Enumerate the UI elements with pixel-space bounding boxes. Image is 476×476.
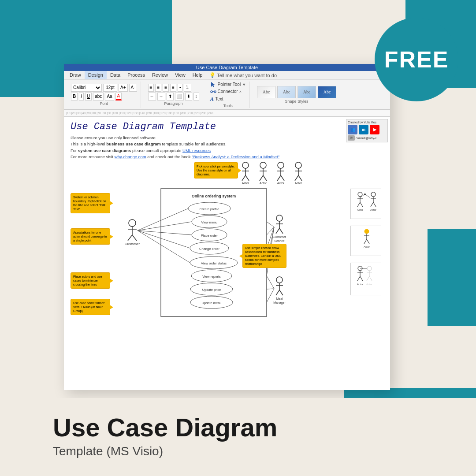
people-icon: 👥: [348, 125, 357, 134]
svg-line-46: [276, 228, 279, 234]
svg-text:Update price: Update price: [202, 288, 221, 292]
underline-button[interactable]: U: [85, 93, 92, 100]
intro-line1: Please ensure you use only licensed soft…: [71, 135, 383, 141]
svg-text:Update menu: Update menu: [201, 301, 221, 305]
svg-text:Place order: Place order: [201, 234, 218, 238]
align-top-button[interactable]: ⬆: [167, 93, 174, 100]
align-left-button[interactable]: ≡: [148, 84, 154, 92]
menu-tell-me[interactable]: 💡 Tell me what you want to do: [206, 71, 280, 79]
svg-text:Actor: Actor: [357, 283, 363, 286]
free-badge: FREE: [375, 18, 458, 101]
svg-point-1: [211, 91, 212, 93]
callout-pick-style: Pick your stick person style. Use the sa…: [194, 162, 238, 178]
shape-styles-group: Abc Abc Abc Abc Shape Styles: [253, 82, 340, 108]
svg-line-75: [364, 239, 367, 244]
svg-text:Actor: Actor: [366, 283, 372, 286]
diagram-intro: Please ensure you use only licensed soft…: [71, 135, 383, 160]
page-title: Use Case Diagram: [53, 413, 423, 442]
callout-place-actors: Place actors and use cases to minimize c…: [71, 272, 110, 289]
book-link[interactable]: "Business Analyst: a Profession and a Mi…: [192, 154, 279, 159]
customer-service-group: Customer Service: [273, 215, 286, 242]
num-list-button[interactable]: 1.: [184, 84, 191, 92]
menu-draw[interactable]: Draw: [66, 71, 85, 79]
tools-group-label: Tools: [223, 104, 233, 108]
indent-more-button[interactable]: →: [157, 93, 165, 100]
justify-button[interactable]: ≡: [170, 84, 176, 92]
svg-point-69: [364, 193, 366, 195]
diagram-main: Pick your stick person style. Use the sa…: [71, 162, 383, 340]
svg-marker-0: [211, 82, 215, 87]
shape-style-1[interactable]: Abc: [257, 86, 275, 98]
svg-line-67: [373, 202, 376, 207]
svg-line-87: [367, 276, 369, 281]
italic-button[interactable]: I: [79, 93, 84, 100]
actor-2-group: Actor: [260, 162, 267, 185]
menu-process[interactable]: Process: [124, 71, 149, 79]
font-grow-button[interactable]: A+: [119, 84, 128, 92]
shape-styles-label: Shape Styles: [285, 99, 309, 104]
svg-text:View menu: View menu: [201, 220, 218, 224]
uml-resources-link[interactable]: UML resources: [182, 148, 211, 153]
pointer-tool[interactable]: Pointer Tool ▼: [210, 82, 246, 88]
menu-view[interactable]: View: [171, 71, 189, 79]
svg-line-66: [371, 202, 373, 207]
diagram-area: Created by Yulia Kos 👥 in ▶ ✉ consult@wh…: [64, 117, 390, 379]
svg-point-72: [364, 229, 369, 234]
svg-line-71: [366, 195, 370, 197]
align-mid-button[interactable]: ⬜: [175, 93, 184, 100]
svg-point-63: [371, 192, 376, 197]
shape-style-3[interactable]: Abc: [298, 86, 316, 98]
svg-line-31: [295, 175, 298, 181]
menu-design[interactable]: Design: [85, 71, 107, 79]
ribbon: Calibri A+ A- B I U abc Aa A Font: [64, 80, 390, 110]
text-tool[interactable]: A Text: [210, 96, 246, 103]
actor-1-group: Actor: [242, 162, 249, 185]
menu-bar: Draw Design Data Process Review View Hel…: [64, 71, 390, 80]
diagram-svg: Customer Actor: [112, 162, 337, 338]
svg-line-47: [279, 228, 283, 234]
paragraph-group-label: Paragraph: [164, 101, 183, 106]
why-change-link[interactable]: why-change.com: [115, 154, 146, 159]
font-shrink-button[interactable]: A-: [129, 84, 137, 92]
free-badge-label: FREE: [384, 46, 449, 73]
svg-text:Actor: Actor: [370, 208, 376, 211]
pointer-icon: [210, 82, 216, 88]
svg-point-10: [242, 162, 249, 168]
menu-help[interactable]: Help: [189, 71, 206, 79]
consult-email: consult@why-c...: [356, 137, 379, 140]
creator-label: Created by Yulia Kos: [348, 121, 386, 124]
svg-text:Actor: Actor: [277, 182, 285, 185]
svg-line-76: [367, 239, 369, 244]
shape-style-4[interactable]: Abc: [318, 86, 336, 98]
line-mm-reports: [267, 276, 274, 289]
svg-text:Actor: Actor: [364, 245, 370, 248]
font-name-select[interactable]: Calibri: [71, 84, 102, 92]
align-center-button[interactable]: ≡: [155, 84, 161, 92]
svg-line-60: [357, 202, 360, 207]
font-group: Calibri A+ A- B I U abc Aa A Font: [67, 82, 141, 108]
font-color-button[interactable]: A: [115, 93, 122, 100]
callout-system-boundary: System or solution boundary. Right-click…: [71, 193, 110, 213]
svg-point-84: [367, 266, 372, 271]
menu-data[interactable]: Data: [107, 71, 124, 79]
paragraph-group: ≡ ≡ ≡ ≡ • 1. ← → ⬆ ⬜ ⬇ ↕ Paragraph: [145, 82, 203, 108]
strikethrough-button[interactable]: abc: [93, 93, 104, 100]
case-button[interactable]: Aa: [105, 93, 114, 100]
svg-line-20: [263, 175, 267, 181]
indent-less-button[interactable]: ←: [148, 93, 156, 100]
bold-button[interactable]: B: [71, 93, 78, 100]
spacing-button[interactable]: ↕: [193, 93, 199, 100]
svg-text:Actor: Actor: [295, 182, 302, 185]
svg-text:Customer: Customer: [273, 235, 286, 238]
svg-text:Customer: Customer: [125, 242, 140, 246]
shape-style-2[interactable]: Abc: [277, 86, 296, 98]
list-button[interactable]: •: [178, 84, 183, 92]
align-right-button[interactable]: ≡: [163, 84, 169, 92]
svg-point-4: [129, 219, 136, 227]
connector-tool[interactable]: Connector ×: [210, 89, 246, 95]
svg-point-22: [278, 162, 284, 168]
menu-review[interactable]: Review: [149, 71, 171, 79]
screenshot-card: Use Case Diagram Template Draw Design Da…: [64, 64, 390, 390]
font-size-input[interactable]: [103, 84, 117, 92]
align-bot-button[interactable]: ⬇: [185, 93, 192, 100]
